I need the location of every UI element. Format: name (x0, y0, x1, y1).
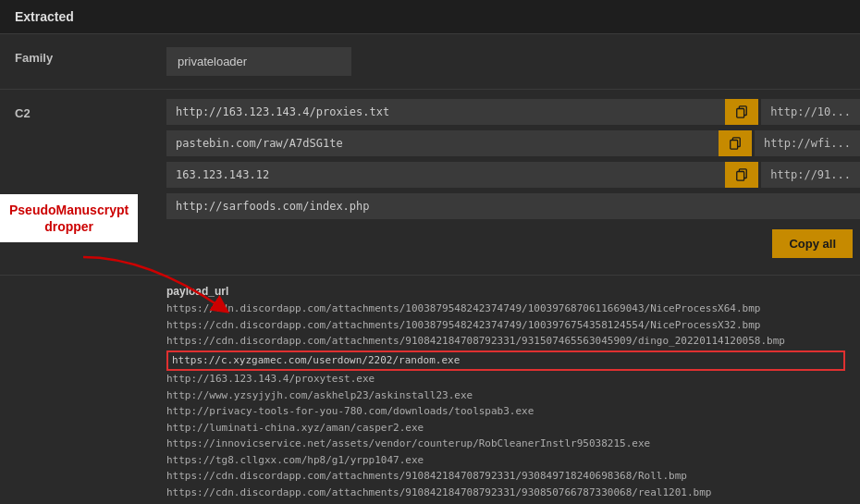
family-row: Family privateloader (0, 34, 860, 90)
svg-rect-1 (737, 109, 744, 118)
payload-url-item: https://innovicservice.net/assets/vendor… (166, 436, 845, 452)
c2-extra-2: http://wfi... (755, 130, 860, 156)
payload-url-list: https://cdn.discordapp.com/attachments/1… (166, 301, 845, 504)
family-value: privateloader (166, 47, 351, 76)
payload-url-item: https://cdn.discordapp.com/attachments/1… (166, 318, 845, 334)
c2-value-col: http://163.123.143.4/proxies.txt http://… (166, 90, 860, 275)
payload-url-item: http://www.yzsyjyjh.com/askhelp23/askins… (166, 388, 845, 404)
c2-copy-btn-2[interactable] (719, 130, 752, 156)
family-label: Family (0, 34, 166, 89)
svg-rect-3 (731, 141, 738, 150)
c2-list: http://163.123.143.4/proxies.txt http://… (166, 99, 860, 222)
c2-entry-3: 163.123.143.12 http://91... (166, 162, 860, 188)
copy-all-row: Copy all (166, 222, 860, 265)
copy-icon-3 (735, 168, 748, 181)
payload-url-item: https://tg8.cllgxx.com/hp8/g1/yrpp1047.e… (166, 453, 845, 469)
section-title: Extracted (0, 0, 860, 34)
payload-url-item: http://privacy-tools-for-you-780.com/dow… (166, 404, 845, 420)
c2-copy-btn-1[interactable] (725, 99, 758, 125)
payload-url-item: https://cdn.discordapp.com/attachments/9… (166, 469, 845, 485)
payload-url-item: http://163.123.143.4/proxytest.exe (166, 372, 845, 387)
payload-url-item: http://luminati-china.xyz/aman/casper2.e… (166, 421, 845, 436)
c2-copy-btn-3[interactable] (725, 162, 758, 188)
c2-url-3: 163.123.143.12 (166, 162, 725, 188)
c2-entry-2: pastebin.com/raw/A7dSG1te http://wfi... (166, 130, 860, 156)
payload-url-item: https://cdn.discordapp.com/attachments/9… (166, 334, 845, 350)
c2-url-2: pastebin.com/raw/A7dSG1te (166, 130, 719, 156)
copy-icon-2 (729, 137, 742, 150)
copy-icon-1 (735, 105, 748, 118)
c2-entry-1: http://163.123.143.4/proxies.txt http://… (166, 99, 860, 125)
c2-extra-3: http://91... (761, 162, 860, 188)
payload-url-item: https://cdn.discordapp.com/attachments/9… (166, 486, 845, 501)
c2-entry-4: http://sarfoods.com/index.php (166, 193, 860, 219)
c2-url-4: http://sarfoods.com/index.php (166, 193, 860, 219)
payload-section: payload_url https://cdn.discordapp.com/a… (0, 276, 860, 504)
svg-rect-5 (737, 172, 744, 181)
payload-url-item: https://c.xyzgamec.com/userdown/2202/ran… (166, 350, 845, 372)
c2-row: C2 http://163.123.143.4/proxies.txt (0, 90, 860, 276)
c2-extra-1: http://10... (761, 99, 860, 125)
payload-label: payload_url (166, 285, 845, 298)
family-value-col: privateloader (166, 34, 860, 89)
c2-url-1: http://163.123.143.4/proxies.txt (166, 99, 725, 125)
c2-label: C2 (0, 90, 166, 275)
payload-url-item: https://cdn.discordapp.com/attachments/1… (166, 301, 845, 317)
copy-all-button[interactable]: Copy all (772, 229, 853, 258)
